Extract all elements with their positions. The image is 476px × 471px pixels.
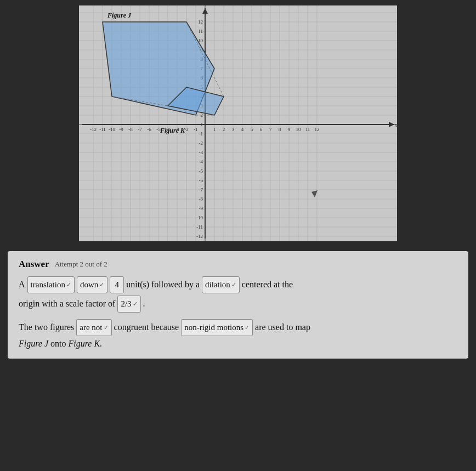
svg-text:12: 12 xyxy=(198,19,203,25)
svg-text:2: 2 xyxy=(223,127,225,132)
figures-text: The two figures xyxy=(19,320,74,336)
figure-j-label: Figure J xyxy=(107,12,132,19)
main-container: 1 2 3 4 5 6 7 8 9 10 11 12 x -1 -2 -3 -4 xyxy=(0,0,476,471)
dropdown-translation[interactable]: translation xyxy=(27,276,75,293)
svg-text:5: 5 xyxy=(251,127,253,132)
svg-text:-10: -10 xyxy=(196,215,203,220)
svg-text:10: 10 xyxy=(296,127,302,132)
period: . xyxy=(143,296,145,312)
dropdown-down[interactable]: down xyxy=(77,276,107,293)
dropdown-are-not[interactable]: are not xyxy=(76,319,111,336)
svg-text:-6: -6 xyxy=(147,127,151,132)
answer-section: Answer Attempt 2 out of 2 A translation … xyxy=(8,251,468,359)
onto-text: onto xyxy=(50,336,66,352)
unit-text: unit(s) followed by a xyxy=(126,277,200,293)
svg-text:-2: -2 xyxy=(184,127,189,132)
svg-text:-7: -7 xyxy=(138,127,142,132)
svg-text:-7: -7 xyxy=(199,187,203,192)
svg-text:6: 6 xyxy=(260,127,263,132)
dropdown-scale-factor[interactable]: 2/3 xyxy=(117,296,140,313)
svg-text:-8: -8 xyxy=(128,127,133,132)
answer-header: Answer Attempt 2 out of 2 xyxy=(19,259,457,270)
svg-text:7: 7 xyxy=(269,127,272,132)
origin-text: origin with a scale factor of xyxy=(19,296,115,312)
congruent-text: congruent because xyxy=(114,320,179,336)
svg-text:1: 1 xyxy=(213,127,216,132)
prefix-a: A xyxy=(19,277,25,293)
svg-text:-12: -12 xyxy=(90,127,97,132)
svg-text:-8: -8 xyxy=(199,196,203,202)
answer-line2: origin with a scale factor of 2/3 . xyxy=(19,296,457,313)
centered-text: centered at the xyxy=(242,277,293,293)
figure-k-label: Figure K xyxy=(160,127,185,134)
dropdown-dilation[interactable]: dilation xyxy=(202,276,240,293)
used-to-map-text: are used to map xyxy=(255,320,310,336)
answer-label: Answer xyxy=(19,259,49,270)
svg-text:-12: -12 xyxy=(196,234,203,239)
coordinate-graph: 1 2 3 4 5 6 7 8 9 10 11 12 x -1 -2 -3 -4 xyxy=(79,5,397,241)
svg-text:9: 9 xyxy=(288,127,291,132)
svg-text:-6: -6 xyxy=(199,178,203,183)
answer-line3: The two figures are not congruent becaus… xyxy=(19,319,457,336)
svg-text:4: 4 xyxy=(241,127,244,132)
svg-text:-10: -10 xyxy=(109,127,115,132)
svg-text:-2: -2 xyxy=(199,140,203,146)
svg-text:11: 11 xyxy=(198,29,203,34)
svg-text:3: 3 xyxy=(232,127,235,132)
graph-container: 1 2 3 4 5 6 7 8 9 10 11 12 x -1 -2 -3 -4 xyxy=(79,5,397,241)
answer-line4: Figure J onto Figure K. xyxy=(19,336,457,352)
svg-text:-11: -11 xyxy=(99,127,106,132)
svg-text:x: x xyxy=(395,122,398,128)
dropdown-non-rigid[interactable]: non-rigid motions xyxy=(181,319,253,336)
svg-text:-1: -1 xyxy=(194,127,198,132)
figure-k-text: Figure K. xyxy=(69,336,103,352)
number-box-4[interactable]: 4 xyxy=(110,276,124,293)
svg-text:-11: -11 xyxy=(196,224,203,230)
attempt-label: Attempt 2 out of 2 xyxy=(55,260,107,269)
svg-text:8: 8 xyxy=(279,127,281,132)
svg-text:11: 11 xyxy=(305,127,310,132)
svg-text:-3: -3 xyxy=(199,150,203,155)
svg-text:12: 12 xyxy=(315,127,320,132)
svg-text:1: 1 xyxy=(201,122,203,127)
figure-j-onto-k-text: Figure J xyxy=(19,336,48,352)
svg-text:-9: -9 xyxy=(119,127,123,132)
svg-text:-1: -1 xyxy=(199,131,203,137)
svg-text:-4: -4 xyxy=(199,159,203,164)
svg-text:-5: -5 xyxy=(199,168,203,174)
svg-text:-9: -9 xyxy=(199,206,203,211)
answer-line1: A translation down 4 unit(s) followed by… xyxy=(19,276,457,293)
